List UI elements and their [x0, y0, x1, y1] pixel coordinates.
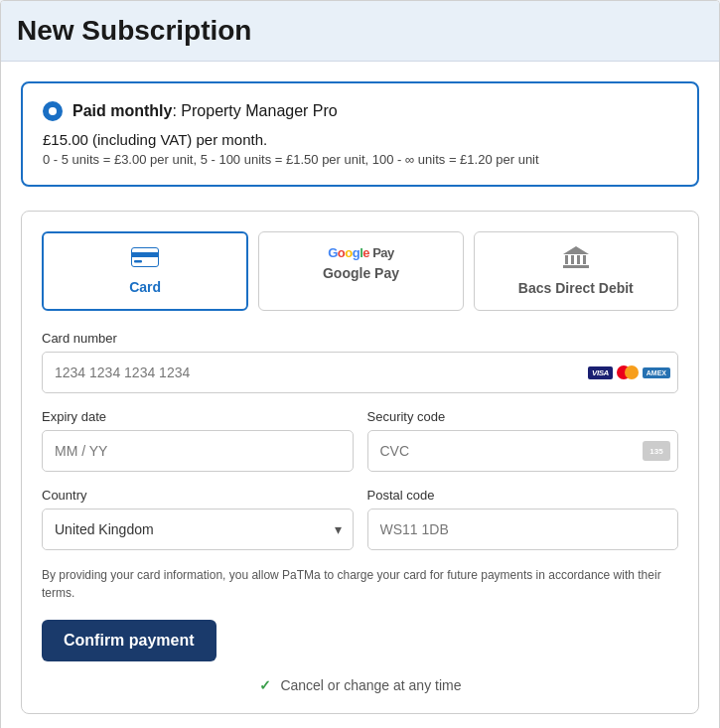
tab-googlepay[interactable]: Google Pay Google Pay: [258, 231, 463, 311]
card-number-input[interactable]: [42, 352, 678, 393]
amex-logo: AMEX: [643, 367, 670, 378]
cvc-badge-icon: 135: [643, 441, 670, 461]
plan-header: Paid monthly: Property Manager Pro: [43, 101, 677, 121]
cvc-wrapper: 135: [367, 430, 679, 472]
svg-marker-8: [563, 246, 589, 254]
tab-card[interactable]: Card: [42, 231, 248, 311]
country-group: Country United Kingdom United States Ger…: [42, 488, 354, 550]
svg-rect-3: [565, 255, 568, 264]
plan-radio[interactable]: [43, 101, 63, 121]
country-select-wrapper: United Kingdom United States Germany Fra…: [42, 509, 354, 550]
country-label: Country: [42, 488, 354, 503]
checkmark-icon: ✓: [259, 677, 271, 693]
svg-rect-6: [583, 255, 586, 264]
cvc-input[interactable]: [367, 430, 679, 472]
cancel-row: ✓ Cancel or change at any time: [42, 677, 678, 693]
postal-input[interactable]: [367, 509, 679, 550]
card-number-label: Card number: [42, 331, 678, 346]
security-group: Security code 135: [367, 409, 679, 472]
tab-card-label: Card: [129, 279, 161, 295]
visa-logo: VISA: [588, 366, 613, 379]
plan-card[interactable]: Paid monthly: Property Manager Pro £15.0…: [21, 81, 699, 187]
expiry-group: Expiry date: [42, 409, 354, 472]
card-number-row: Card number VISA AMEX: [42, 331, 678, 393]
bank-icon: [563, 246, 589, 274]
svg-rect-4: [571, 255, 574, 264]
payment-box: Card Google Pay Google Pay: [21, 211, 699, 714]
tab-bacs-label: Bacs Direct Debit: [518, 280, 634, 296]
svg-rect-7: [563, 265, 589, 268]
tab-gpay-label: Google Pay: [323, 265, 399, 281]
cancel-text: Cancel or change at any time: [280, 677, 461, 693]
googlepay-icon: Google Pay: [328, 246, 394, 259]
postal-group: Postal code: [367, 488, 679, 550]
page-title: New Subscription: [17, 15, 703, 47]
country-select[interactable]: United Kingdom United States Germany Fra…: [42, 509, 354, 550]
title-bar: New Subscription: [1, 1, 719, 62]
postal-label: Postal code: [367, 488, 679, 503]
subscription-window: New Subscription Paid monthly: Property …: [0, 0, 720, 728]
expiry-label: Expiry date: [42, 409, 354, 424]
plan-title: Paid monthly: Property Manager Pro: [72, 102, 338, 120]
payment-tabs: Card Google Pay Google Pay: [42, 231, 678, 311]
confirm-payment-button[interactable]: Confirm payment: [42, 620, 216, 661]
legal-text: By providing your card information, you …: [42, 566, 678, 602]
security-label: Security code: [367, 409, 679, 424]
country-postal-row: Country United Kingdom United States Ger…: [42, 488, 678, 550]
svg-rect-1: [131, 252, 159, 257]
tab-bacs[interactable]: Bacs Direct Debit: [474, 231, 678, 311]
card-logos: VISA AMEX: [588, 365, 670, 380]
svg-rect-5: [577, 255, 580, 264]
mastercard-logo: [617, 365, 639, 380]
expiry-input[interactable]: [42, 430, 354, 472]
card-icon: [131, 247, 159, 273]
plan-units: 0 - 5 units = £3.00 per unit, 5 - 100 un…: [43, 152, 677, 167]
card-input-wrapper: VISA AMEX: [42, 352, 678, 393]
plan-price: £15.00 (including VAT) per month.: [43, 131, 677, 148]
svg-rect-2: [134, 260, 142, 263]
expiry-security-row: Expiry date Security code 135: [42, 409, 678, 472]
content-area: Paid monthly: Property Manager Pro £15.0…: [1, 62, 719, 728]
card-number-group: Card number VISA AMEX: [42, 331, 678, 393]
